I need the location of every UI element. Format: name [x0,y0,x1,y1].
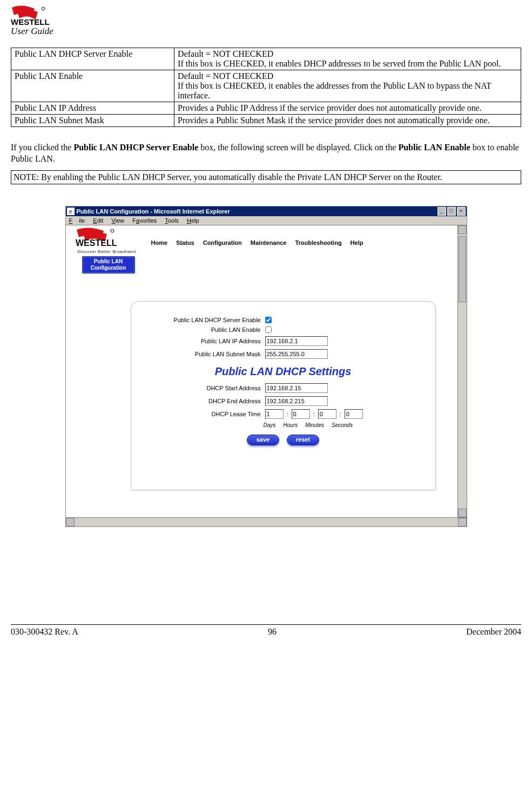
vertical-scrollbar[interactable] [457,225,467,517]
menu-file[interactable]: File [69,217,85,224]
label-dhcp-end: DHCP End Address [153,398,265,404]
param-desc: Default = NOT CHECKED If this box is CHE… [174,48,521,70]
nav-troubleshooting[interactable]: Troubleshooting [292,238,345,247]
brand-tagline: Discover Better Broadband [69,249,145,254]
param-desc: Provides a Public Subnet Mask if the ser… [174,115,521,127]
input-lease-hours[interactable] [292,409,310,419]
label-lan-enable: Public LAN Enable [153,326,265,333]
table-row: Public LAN Subnet Mask Provides a Public… [11,115,521,127]
label-subnet-mask: Public LAN Subnet Mask [153,351,265,357]
parameter-definition-table: Public LAN DHCP Server Enable Default = … [11,48,521,127]
label-ip-address: Public LAN IP Address [153,338,265,344]
input-subnet-mask[interactable] [265,349,328,359]
checkbox-lan-enable[interactable] [265,326,272,333]
param-name: Public LAN DHCP Server Enable [11,48,174,70]
save-button[interactable]: save [247,435,279,445]
svg-point-0 [42,7,45,10]
note-box: NOTE: By enabling the Public LAN DHCP Se… [11,170,521,185]
svg-text:WESTELL: WESTELL [11,17,50,26]
menu-view[interactable]: View [111,217,124,224]
svg-point-2 [111,229,114,232]
close-button[interactable]: × [457,207,466,216]
menu-tools[interactable]: Tools [165,217,179,224]
input-lease-seconds[interactable] [345,409,363,419]
horizontal-scrollbar[interactable] [66,517,467,526]
footer-left: 030-300432 Rev. A [11,627,78,637]
window-title: Public LAN Configuration - Microsoft Int… [77,208,436,215]
svg-text:WESTELL: WESTELL [76,238,117,248]
nav-help[interactable]: Help [347,238,367,247]
param-name: Public LAN IP Address [11,102,174,115]
table-row: Public LAN Enable Default = NOT CHECKED … [11,70,521,102]
param-name: Public LAN Subnet Mask [11,115,174,127]
label-dhcp-start: DHCP Start Address [153,385,265,391]
sidebar-item-public-lan-config[interactable]: Public LAN Configuration [82,256,135,274]
menu-help[interactable]: Help [187,217,199,224]
config-form-panel: Public LAN DHCP Server Enable Public LAN… [131,301,436,490]
nav-maintenance[interactable]: Maintenance [247,238,290,247]
page-content: WESTELL Discover Better Broadband Home S… [66,225,457,517]
input-ip-address[interactable] [265,336,328,346]
input-lease-minutes[interactable] [318,409,336,419]
embedded-screenshot: e Public LAN Configuration - Microsoft I… [65,206,467,527]
footer-center: 96 [268,627,277,637]
maximize-button[interactable]: □ [447,207,456,216]
browser-menubar: File Edit View Favorites Tools Help [66,216,467,225]
page-footer: 030-300432 Rev. A 96 December 2004 [11,624,521,637]
brand-header: WESTELL User Guide [11,5,521,37]
input-dhcp-end[interactable] [265,396,328,406]
nav-status[interactable]: Status [173,238,198,247]
westell-logo-icon: WESTELL [75,228,139,248]
reset-button[interactable]: reset [287,435,319,445]
table-row: Public LAN IP Address Provides a Public … [11,102,521,115]
footer-right: December 2004 [466,627,521,637]
nav-home[interactable]: Home [148,238,171,247]
window-titlebar: e Public LAN Configuration - Microsoft I… [66,206,467,216]
body-paragraph: If you clicked the Public LAN DHCP Serve… [11,142,521,165]
input-dhcp-start[interactable] [265,383,328,393]
minimize-button[interactable]: _ [437,207,446,216]
param-desc: Default = NOT CHECKED If this box is CHE… [174,70,521,102]
label-dhcp-server-enable: Public LAN DHCP Server Enable [153,317,265,323]
ie-icon: e [67,208,75,215]
dhcp-settings-heading: Public LAN DHCP Settings [153,365,414,378]
westell-brand-block: WESTELL Discover Better Broadband [66,225,148,254]
doc-subtitle: User Guide [11,26,53,37]
param-name: Public LAN Enable [11,70,174,102]
top-nav: Home Status Configuration Maintenance Tr… [148,225,457,247]
table-row: Public LAN DHCP Server Enable Default = … [11,48,521,70]
checkbox-dhcp-server-enable[interactable] [265,317,272,323]
lease-unit-labels: Days Hours Minutes Seconds [153,422,414,428]
menu-edit[interactable]: Edit [93,217,103,224]
label-dhcp-lease: DHCP Lease Time [153,411,265,417]
menu-favorites[interactable]: Favorites [132,217,157,224]
input-lease-days[interactable] [265,409,284,419]
nav-configuration[interactable]: Configuration [200,238,245,247]
param-desc: Provides a Public IP Address if the serv… [174,102,521,115]
westell-logo-icon: WESTELL [11,5,65,27]
